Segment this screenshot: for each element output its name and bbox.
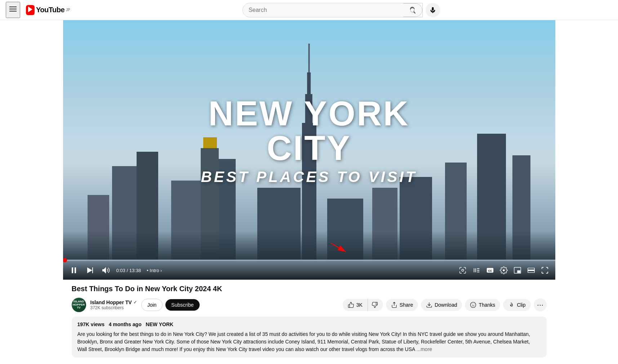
video-controls: 0:03 / 13:38 • Intro ›: [63, 261, 555, 280]
video-title: Best Things To Do in New York City 2024 …: [72, 284, 547, 293]
clip-label: Clip: [517, 302, 525, 308]
youtube-country: JP: [66, 8, 70, 12]
next-button[interactable]: [83, 264, 96, 277]
header: YouTube JP: [0, 0, 618, 20]
theater-button[interactable]: [525, 264, 537, 276]
search-button[interactable]: [403, 3, 422, 17]
channel-name[interactable]: Island Hopper TV ✓: [90, 299, 137, 305]
svg-rect-1: [9, 9, 17, 9]
volume-icon: [101, 266, 110, 275]
description-text: Are you looking for the best things to d…: [77, 330, 541, 353]
download-icon: [426, 302, 432, 308]
hamburger-menu-button[interactable]: [6, 2, 20, 18]
svg-rect-11: [477, 268, 479, 269]
youtube-wordmark: YouTube: [36, 6, 65, 14]
mic-icon: [429, 6, 436, 14]
theater-icon: [527, 266, 535, 274]
fullscreen-icon: [541, 266, 549, 274]
intro-badge: • Intro ›: [147, 268, 162, 273]
settings-button[interactable]: [498, 264, 510, 276]
dislike-button[interactable]: [368, 299, 383, 311]
video-meta-row: ISLANDHOPPERTV Island Hopper TV ✓ 372K s…: [72, 298, 547, 312]
clip-button[interactable]: Clip: [503, 299, 530, 311]
fullscreen-button[interactable]: [539, 264, 551, 276]
video-player[interactable]: NEW YORK CITY BEST PLACES TO VISIT: [63, 20, 555, 280]
youtube-icon-red: [26, 5, 35, 15]
svg-point-22: [471, 302, 476, 308]
clip-icon: [508, 302, 515, 308]
svg-rect-6: [92, 267, 93, 273]
chapters-button[interactable]: [470, 264, 483, 276]
youtube-play-triangle: [28, 6, 32, 12]
like-button[interactable]: 3K: [343, 299, 368, 311]
main: NEW YORK CITY BEST PLACES TO VISIT: [0, 0, 618, 362]
channel-info: ISLANDHOPPERTV Island Hopper TV ✓ 372K s…: [72, 298, 200, 312]
thanks-icon: [470, 302, 476, 308]
svg-rect-0: [9, 6, 17, 7]
miniplayer-icon: [513, 266, 521, 274]
like-dislike-group: 3K: [343, 299, 383, 311]
settings-icon: [500, 266, 508, 274]
share-button[interactable]: Share: [386, 299, 418, 311]
share-icon: [391, 302, 397, 308]
svg-text:CC: CC: [488, 269, 492, 272]
search-bar: [243, 3, 423, 17]
time-ago: 4 months ago: [109, 321, 142, 327]
svg-rect-19: [528, 270, 534, 271]
pause-button[interactable]: [67, 264, 80, 277]
svg-rect-12: [477, 270, 479, 271]
svg-rect-3: [72, 267, 73, 273]
controls-right: CC: [457, 264, 551, 276]
search-input[interactable]: [243, 4, 403, 16]
svg-rect-13: [477, 272, 479, 272]
svg-marker-5: [87, 267, 92, 273]
more-button[interactable]: ⋯: [534, 298, 547, 311]
thumbs-up-icon: [348, 302, 354, 308]
video-player-container: NEW YORK CITY BEST PLACES TO VISIT: [63, 20, 555, 280]
thanks-label: Thanks: [479, 302, 495, 308]
youtube-logo[interactable]: YouTube JP: [26, 5, 70, 15]
share-label: Share: [400, 302, 413, 308]
next-icon: [85, 266, 94, 275]
view-count: 197K views: [77, 321, 105, 327]
svg-rect-10: [475, 268, 476, 272]
description-more[interactable]: ...more: [417, 346, 432, 352]
pause-icon: [70, 266, 78, 275]
download-label: Download: [435, 302, 457, 308]
header-left: YouTube JP: [6, 2, 70, 18]
miniplayer-button[interactable]: [511, 264, 524, 276]
download-button[interactable]: Download: [421, 299, 462, 311]
time-display: 0:03 / 13:38: [116, 268, 141, 273]
channel-avatar[interactable]: ISLANDHOPPERTV: [72, 298, 86, 312]
header-center: [70, 3, 612, 17]
thanks-button[interactable]: Thanks: [465, 299, 500, 311]
captions-icon: CC: [486, 266, 494, 274]
volume-button[interactable]: [99, 264, 112, 277]
captions-button[interactable]: CC: [484, 264, 496, 276]
more-dots: ⋯: [537, 301, 543, 309]
channel-actions: Join Subscribe: [141, 299, 200, 311]
screenshot-button[interactable]: [457, 264, 469, 276]
svg-rect-4: [75, 267, 76, 273]
video-description[interactable]: 197K views 4 months ago NEW YORK Are you…: [72, 316, 547, 358]
location: NEW YORK: [146, 321, 173, 327]
video-info: Best Things To Do in New York City 2024 …: [63, 280, 555, 362]
join-button[interactable]: Join: [141, 299, 163, 311]
screenshot-icon: [459, 266, 467, 274]
svg-rect-17: [517, 271, 520, 273]
channel-name-wrap: Island Hopper TV ✓ 372K subscribers: [90, 299, 137, 310]
svg-rect-2: [9, 11, 17, 12]
search-icon: [409, 6, 416, 14]
content-area: NEW YORK CITY BEST PLACES TO VISIT: [0, 20, 618, 362]
like-count: 3K: [356, 302, 363, 308]
svg-marker-7: [102, 267, 106, 274]
mic-button[interactable]: [426, 3, 440, 17]
description-stats: 197K views 4 months ago NEW YORK: [77, 321, 541, 328]
sky-background: [63, 20, 555, 280]
svg-rect-9: [473, 268, 474, 272]
channel-avatar-text: ISLANDHOPPERTV: [73, 300, 85, 310]
verified-badge: ✓: [133, 300, 137, 305]
chapters-icon: [472, 266, 480, 274]
subscribe-button[interactable]: Subscribe: [165, 299, 199, 311]
channel-subs: 372K subscribers: [90, 305, 137, 310]
